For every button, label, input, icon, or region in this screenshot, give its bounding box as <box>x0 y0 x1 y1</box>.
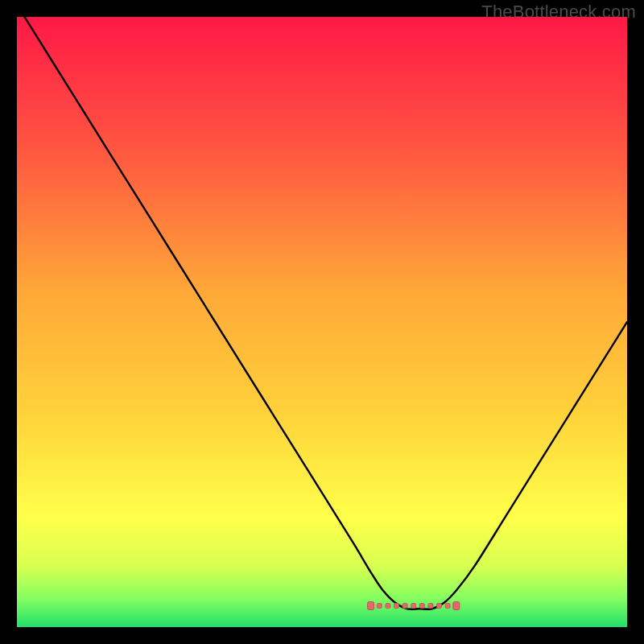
chart-background-gradient <box>17 17 627 627</box>
chart-plot-area <box>17 17 627 627</box>
optimal-marker <box>394 604 399 609</box>
optimal-marker <box>377 604 382 609</box>
optimal-marker <box>386 604 390 609</box>
optimal-marker <box>419 604 424 609</box>
optimal-marker <box>437 604 442 609</box>
optimal-marker <box>411 604 416 609</box>
optimal-marker-end <box>453 602 460 610</box>
optimal-marker <box>402 604 407 609</box>
chart-frame: TheBottleneck.com <box>0 0 644 644</box>
optimal-marker <box>428 604 433 609</box>
optimal-marker-end <box>368 602 374 610</box>
optimal-marker <box>445 604 450 609</box>
chart-svg <box>17 17 627 627</box>
